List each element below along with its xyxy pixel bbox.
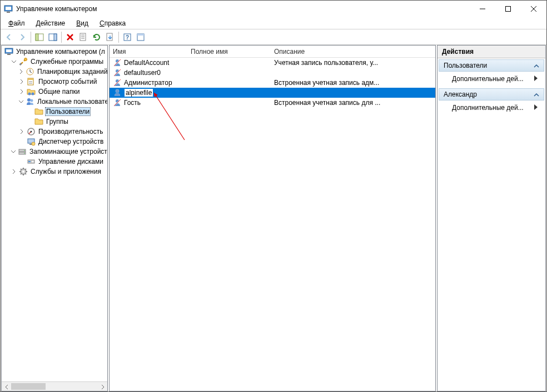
tree-local-users[interactable]: Локальные пользовате [18,97,107,107]
refresh-button[interactable] [91,31,103,43]
svg-point-49 [22,170,24,173]
scroll-track[interactable] [11,382,98,391]
back-button[interactable] [3,31,15,43]
tree-event-viewer[interactable]: Просмотр событий [18,77,107,87]
list-row[interactable]: defaultuser0 [110,68,435,78]
cell-name: Администратор [124,79,172,87]
tree-users[interactable]: Пользователи [26,107,107,117]
expand-icon[interactable] [11,168,17,175]
show-hide-actions-button[interactable] [47,31,59,43]
collapse-icon[interactable] [18,98,24,105]
column-fullname[interactable]: Полное имя [187,46,271,57]
svg-rect-2 [7,12,10,13]
expand-icon[interactable] [18,128,25,135]
tree-services-apps[interactable]: Службы и приложения [11,167,107,177]
tree-label: Планировщик заданий [36,68,107,76]
titlebar: Управление компьютером [1,1,546,17]
user-icon [113,88,122,97]
tree-label: Просмотр событий [37,78,98,86]
minimize-button[interactable] [470,1,495,17]
list-row[interactable]: DefaultAccount Учетная запись пользовате… [110,58,435,68]
tree-performance[interactable]: Производительность [18,127,107,137]
app-icon [4,4,13,13]
separator [118,32,119,43]
actions-section-users[interactable]: Пользователи [439,59,544,72]
separator [31,32,31,43]
list-row-selected[interactable]: alpinefile [110,88,435,98]
user-disabled-icon [113,78,122,87]
cell-name: Гость [124,99,141,107]
column-name[interactable]: Имя [110,46,187,57]
svg-point-25 [24,58,27,61]
cell-description: Учетная запись пользователя, у... [271,59,435,67]
event-icon [27,77,36,86]
tree-shared-folders[interactable]: Общие папки [18,87,107,97]
actions-title: Действия [437,46,545,58]
tree-task-scheduler[interactable]: Планировщик заданий [18,67,107,77]
user-list[interactable]: DefaultAccount Учетная запись пользовате… [110,58,435,391]
tree-device-manager[interactable]: Диспетчер устройств [18,137,107,147]
gear-icon [19,167,28,176]
cell-description: Встроенная учетная запись адм... [271,79,435,87]
menu-action[interactable]: Действие [31,18,71,28]
view-button[interactable] [135,31,147,43]
tree-label: Производительность [37,128,104,135]
scroll-thumb[interactable] [11,383,46,390]
action-label: Дополнительные дей... [452,104,524,112]
svg-point-33 [32,93,34,96]
scroll-right-button[interactable] [98,382,107,391]
actions-more-users[interactable]: Дополнительные дей... [439,73,544,85]
collapse-up-icon [534,63,539,68]
list-row[interactable]: Администратор Встроенная учетная запись … [110,78,435,88]
actions-section-user[interactable]: Александр [439,88,544,100]
svg-point-32 [28,93,31,96]
tree[interactable]: Управление компьютером (л Служебные прог… [2,46,107,381]
menubar: Файл Действие Вид Справка [1,17,546,29]
tree-label: Диспетчер устройств [37,138,105,145]
collapse-icon[interactable] [11,58,17,65]
expand-icon[interactable] [18,88,25,95]
expand-icon[interactable] [18,78,25,85]
svg-rect-24 [7,54,11,55]
svg-rect-21 [137,34,144,36]
maximize-button[interactable] [495,1,521,17]
scroll-left-button[interactable] [2,382,11,391]
separator [61,32,62,43]
actions-more-user[interactable]: Дополнительные дей... [439,102,544,114]
show-hide-tree-button[interactable] [33,31,46,43]
tree-groups[interactable]: Группы [26,117,107,127]
menu-file[interactable]: Файл [3,18,31,28]
section-label: Александр [444,91,477,98]
svg-point-37 [31,131,32,133]
help-button[interactable]: ? [121,31,133,43]
collapse-icon[interactable] [11,148,16,155]
folder-icon [34,107,43,116]
tree-root[interactable]: Управление компьютером (л [3,47,107,57]
shared-folder-icon [27,87,36,96]
tree-system-tools[interactable]: Служебные программы [11,57,107,67]
action-label: Дополнительные дей... [452,75,524,83]
menu-view[interactable]: Вид [71,18,94,28]
disk-icon [27,157,36,166]
svg-point-44 [24,153,24,153]
export-list-button[interactable] [104,31,116,43]
list-row[interactable]: Гость Встроенная учетная запись для ... [110,98,435,108]
tree-disk-management[interactable]: Управление дисками [18,157,107,167]
cell-description: Встроенная учетная запись для ... [271,99,435,107]
properties-button[interactable] [77,31,89,43]
expand-icon[interactable] [18,68,24,75]
user-disabled-icon [113,68,122,77]
column-description[interactable]: Описание [271,46,435,57]
svg-rect-8 [36,34,38,41]
tree-storage[interactable]: Запоминающие устройст [11,147,107,157]
horizontal-scrollbar[interactable] [2,381,107,391]
close-button[interactable] [521,1,546,17]
delete-button[interactable] [64,31,76,43]
menu-help[interactable]: Справка [94,18,131,28]
tree-label: Пользователи [45,107,91,116]
svg-point-40 [32,142,35,145]
svg-rect-1 [6,7,11,10]
performance-icon [27,127,36,136]
forward-button[interactable] [16,31,28,43]
rename-input[interactable]: alpinefile [124,88,153,97]
